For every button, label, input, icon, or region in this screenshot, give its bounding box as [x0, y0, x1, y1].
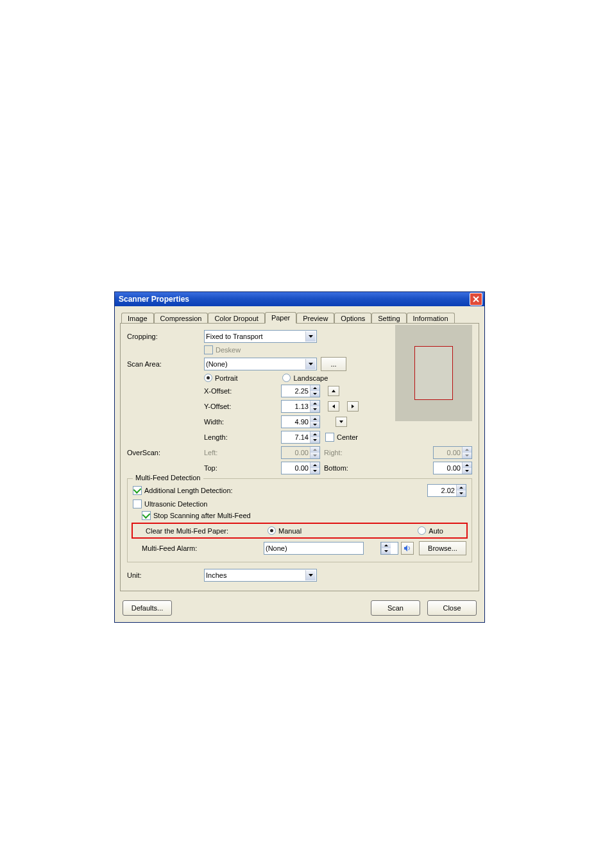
stop-scanning-checkbox[interactable]: Stop Scanning after Multi-Feed: [142, 511, 251, 520]
tab-preview[interactable]: Preview: [296, 313, 334, 324]
portrait-label: Portrait: [215, 374, 237, 382]
deskew-label: Deskew: [216, 346, 241, 354]
alarm-value: (None): [266, 544, 287, 552]
alarm-spinner[interactable]: [380, 542, 398, 555]
center-checkbox[interactable]: Center: [325, 433, 358, 442]
width-spinner[interactable]: 4.90: [281, 415, 320, 428]
tab-color-dropout[interactable]: Color Dropout: [208, 313, 264, 324]
multifeed-legend: Multi-Feed Detection: [133, 474, 203, 482]
nav-up-button[interactable]: [328, 386, 339, 396]
scan-area-more-button[interactable]: ...: [321, 357, 346, 371]
length-value: 7.14: [282, 431, 310, 443]
overscan-bottom-spinner[interactable]: 0.00: [433, 462, 472, 474]
defaults-button[interactable]: Defaults...: [123, 600, 172, 616]
nav-right-button[interactable]: [347, 401, 359, 412]
spin-up-icon[interactable]: [310, 385, 319, 391]
tabstrip: Image Compression Color Dropout Paper Pr…: [120, 310, 479, 323]
offset-nav: [328, 386, 339, 396]
spin-up-icon: [463, 447, 472, 453]
spin-down-icon[interactable]: [310, 468, 319, 474]
width-label: Width:: [204, 418, 281, 426]
overscan-right-spinner: 0.00: [433, 446, 472, 459]
spin-down-icon[interactable]: [463, 468, 472, 474]
spin-down-icon: [463, 453, 472, 458]
manual-label: Manual: [278, 527, 302, 535]
landscape-radio[interactable]: Landscape: [282, 374, 328, 382]
scan-area-dropdown[interactable]: (None): [204, 358, 317, 370]
additional-length-label: Additional Length Detection:: [144, 487, 233, 494]
nav-down-button[interactable]: [336, 417, 347, 427]
tab-information[interactable]: Information: [407, 313, 455, 324]
spin-down-icon: [310, 453, 319, 458]
deskew-checkbox: Deskew: [204, 345, 241, 354]
scanner-properties-window: Scanner Properties Image Compression Col…: [114, 291, 485, 623]
additional-length-value: 2.02: [428, 485, 456, 496]
scan-area-value: (None): [206, 360, 305, 368]
unit-dropdown[interactable]: Inches: [204, 569, 317, 582]
close-button[interactable]: Close: [427, 600, 477, 616]
yoffset-spinner[interactable]: 1.13: [281, 400, 320, 413]
chevron-down-icon: [305, 331, 316, 342]
overscan-bottom-label: Bottom:: [324, 464, 362, 472]
yoffset-label: Y-Offset:: [204, 403, 281, 410]
overscan-left-label: Left:: [204, 449, 281, 456]
close-icon[interactable]: [470, 293, 482, 306]
width-value: 4.90: [282, 416, 310, 428]
overscan-left-value: 0.00: [282, 447, 310, 458]
tab-compression[interactable]: Compression: [154, 313, 208, 324]
spin-up-icon[interactable]: [310, 416, 319, 422]
tab-image[interactable]: Image: [121, 313, 154, 324]
spin-up-icon[interactable]: [463, 462, 472, 468]
spin-up-icon[interactable]: [310, 462, 319, 468]
spin-down-icon[interactable]: [310, 437, 319, 443]
spin-down-icon[interactable]: [310, 422, 319, 428]
cropping-dropdown[interactable]: Fixed to Transport: [204, 330, 317, 343]
spin-down-icon[interactable]: [457, 490, 466, 496]
xoffset-spinner[interactable]: 2.25: [281, 385, 320, 397]
speaker-icon[interactable]: [401, 542, 414, 555]
preview-area: [395, 325, 472, 421]
auto-radio[interactable]: Auto: [418, 526, 443, 535]
overscan-right-value: 0.00: [434, 447, 462, 458]
additional-length-spinner[interactable]: 2.02: [427, 484, 466, 497]
tab-panel-paper: Cropping: Fixed to Transport Deskew Scan…: [120, 323, 479, 591]
clear-multifed-highlight: Clear the Multi-Fed Paper: Manual Auto: [132, 523, 468, 539]
chevron-down-icon: [305, 359, 316, 369]
spin-down-icon[interactable]: [310, 391, 319, 397]
spin-up-icon[interactable]: [382, 542, 391, 548]
xoffset-label: X-Offset:: [204, 387, 281, 395]
overscan-bottom-value: 0.00: [434, 462, 462, 474]
additional-length-checkbox[interactable]: Additional Length Detection:: [133, 486, 233, 495]
length-spinner[interactable]: 7.14: [281, 431, 320, 444]
xoffset-value: 2.25: [282, 385, 310, 397]
spin-down-icon[interactable]: [382, 548, 391, 554]
overscan-top-spinner[interactable]: 0.00: [281, 462, 320, 474]
alarm-label: Multi-Feed Alarm:: [142, 544, 264, 552]
browse-button[interactable]: Browse...: [419, 541, 466, 555]
alarm-field[interactable]: (None): [264, 542, 364, 555]
button-row: Defaults... Scan Close: [120, 600, 479, 616]
tab-paper[interactable]: Paper: [265, 312, 296, 324]
auto-label: Auto: [429, 527, 443, 535]
length-label: Length:: [204, 433, 281, 441]
spin-up-icon[interactable]: [310, 401, 319, 406]
ultrasonic-label: Ultrasonic Detection: [144, 500, 207, 508]
ultrasonic-checkbox[interactable]: Ultrasonic Detection: [133, 499, 207, 508]
overscan-right-label: Right:: [324, 449, 362, 456]
titlebar: Scanner Properties: [115, 292, 484, 306]
tab-setting[interactable]: Setting: [371, 313, 406, 324]
spin-up-icon[interactable]: [457, 485, 466, 490]
tab-options[interactable]: Options: [334, 313, 371, 324]
cropping-label: Cropping:: [127, 333, 204, 340]
overscan-top-value: 0.00: [282, 462, 310, 474]
stop-scanning-label: Stop Scanning after Multi-Feed: [153, 512, 251, 519]
portrait-radio[interactable]: Portrait: [204, 374, 237, 382]
nav-left-button[interactable]: [328, 401, 339, 412]
chevron-down-icon: [305, 570, 316, 580]
manual-radio[interactable]: Manual: [268, 526, 302, 535]
multifeed-group: Multi-Feed Detection Additional Length D…: [127, 478, 472, 562]
spin-down-icon[interactable]: [310, 406, 319, 412]
spin-up-icon[interactable]: [310, 431, 319, 437]
scan-button[interactable]: Scan: [371, 600, 420, 616]
overscan-top-label: Top:: [204, 464, 281, 472]
